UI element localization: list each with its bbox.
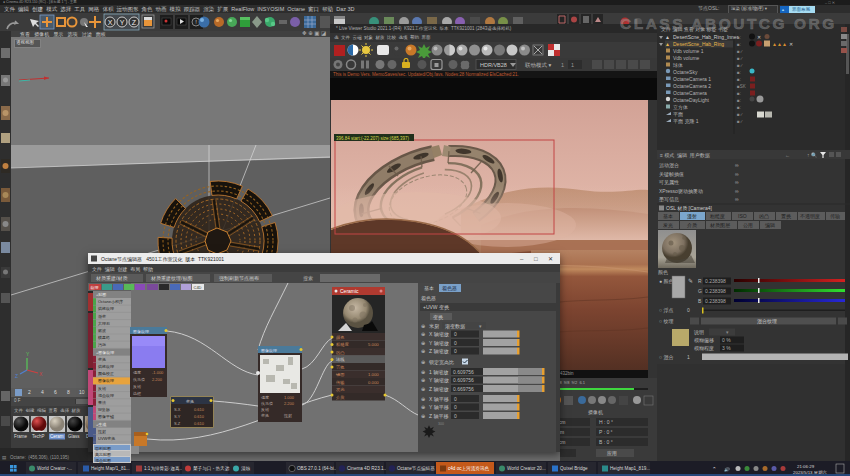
svg-text:传输: 传输 — [830, 213, 840, 220]
svg-text:✎: ✎ — [688, 278, 693, 284]
svg-text:Z 轴缩放: Z 轴缩放 — [429, 348, 448, 355]
svg-text:■:: ■: — [737, 91, 741, 96]
svg-text:变换: 变换 — [98, 357, 106, 362]
svg-text:搜索: 搜索 — [303, 275, 313, 282]
svg-text:公用: 公用 — [743, 222, 753, 229]
svg-text:大理石: 大理石 — [98, 321, 110, 326]
svg-text:Z: Z — [132, 19, 137, 26]
svg-text:Ceramic: Ceramic — [340, 288, 359, 294]
svg-text:⊕: ⊕ — [421, 386, 425, 392]
svg-text:∞: ∞ — [735, 196, 739, 202]
svg-text:基本: 基本 — [424, 285, 434, 291]
svg-text:0: 0 — [687, 307, 690, 313]
svg-text:0.669756: 0.669756 — [453, 386, 474, 392]
svg-text:不透明度: 不透明度 — [800, 213, 820, 220]
svg-text:着色器: 着色器 — [442, 285, 457, 291]
svg-text:■:: ■: — [737, 42, 741, 47]
svg-text:Height Map1_819...: Height Map1_819... — [610, 466, 650, 471]
svg-text:Z: Z — [15, 373, 18, 379]
svg-text:6: 6 — [54, 389, 57, 395]
svg-text:介质: 介质 — [687, 222, 698, 228]
svg-text:反转: 反转 — [261, 407, 270, 412]
svg-text:0: 0 — [454, 348, 457, 354]
svg-text:0 %: 0 % — [722, 337, 731, 343]
svg-text:0: 0 — [454, 331, 457, 337]
svg-text:○ 浮点: ○ 浮点 — [659, 307, 673, 314]
svg-text:0: 0 — [454, 413, 457, 419]
svg-text:边框: 边框 — [133, 391, 141, 396]
svg-text:S.X: S.X — [174, 407, 181, 412]
svg-text:OctaneSky: OctaneSky — [673, 69, 698, 75]
svg-text:材质图层: 材质图层 — [709, 222, 730, 229]
svg-text:伙马值: 伙马值 — [133, 377, 145, 382]
svg-text:2: 2 — [28, 389, 31, 395]
svg-text:□: □ — [534, 256, 538, 262]
svg-text:摄像机: 摄像机 — [588, 409, 603, 415]
svg-text:■✓: ■✓ — [737, 119, 744, 124]
svg-text:1.000: 1.000 — [284, 395, 295, 400]
svg-text:1: 1 — [571, 62, 574, 68]
svg-text:0: 0 — [454, 396, 457, 402]
svg-text:⊕: ⊕ — [421, 396, 425, 402]
svg-text:∞: ∞ — [735, 162, 739, 168]
svg-text:米厨: 米厨 — [429, 323, 439, 329]
svg-text:文件 编辑 创建 布局 帮助: 文件 编辑 创建 布局 帮助 — [92, 266, 153, 273]
svg-text:✕: ✕ — [757, 34, 761, 40]
svg-text:Glass: Glass — [68, 434, 80, 439]
svg-text:TechP: TechP — [32, 434, 45, 439]
svg-text:■✓: ■✓ — [737, 112, 744, 117]
svg-text:投射: 投射 — [97, 429, 106, 434]
svg-text:OctaneDayLight: OctaneDayLight — [673, 97, 709, 103]
svg-text:■✓: ■✓ — [737, 49, 744, 54]
svg-text:反转: 反转 — [133, 384, 142, 389]
svg-text:变换: 变换 — [261, 413, 269, 418]
svg-text:立方体: 立方体 — [673, 104, 688, 111]
svg-text:OBS 27.0.1 (64-bi...: OBS 27.0.1 (64-bi... — [297, 466, 338, 471]
svg-text:0.609756: 0.609756 — [453, 377, 474, 383]
svg-text:清烛: 清烛 — [241, 466, 251, 471]
svg-text:World Creator -...: World Creator -... — [37, 466, 72, 471]
svg-text:B : 0 °: B : 0 ° — [599, 439, 613, 445]
svg-text:置换: 置换 — [336, 365, 345, 370]
svg-text:颜色: 颜色 — [658, 269, 668, 275]
svg-text:强制刷新节点画布: 强制刷新节点画布 — [219, 275, 259, 282]
svg-text:0.238398: 0.238398 — [705, 288, 726, 294]
svg-text:DesertScne_Hab_Ring_Inner: DesertScne_Hab_Ring_Inner — [673, 34, 739, 40]
svg-text:说明: 说明 — [693, 329, 704, 336]
svg-text:Octane节点编辑器 4501工作室汉化 版本 T: Octane节点编辑器 4501工作室汉化 版本 TTK921001 — [101, 256, 224, 263]
svg-text:⊕: ⊕ — [421, 359, 425, 365]
svg-text:c4d oc上河流资讯色: c4d oc上河流资讯色 — [448, 465, 490, 472]
svg-text:Y 轴缩放: Y 轴缩放 — [429, 340, 449, 347]
svg-text:镜面: 镜面 — [335, 372, 345, 377]
svg-text:颜色: 颜色 — [336, 335, 345, 340]
svg-text:发光: 发光 — [663, 222, 673, 229]
svg-text:C4D: C4D — [194, 285, 202, 290]
svg-text:Vdb volume 1: Vdb volume 1 — [673, 48, 704, 54]
svg-text:Z 轴平移: Z 轴平移 — [429, 413, 448, 420]
svg-text:⊕: ⊕ — [421, 377, 425, 383]
svg-text:漫射: 漫射 — [687, 213, 697, 220]
svg-text:纹理: 纹理 — [91, 285, 99, 290]
svg-text:X 轴缩放: X 轴缩放 — [429, 331, 449, 338]
svg-text:变换: 变换 — [186, 399, 194, 404]
svg-text:✕: ✕ — [789, 41, 793, 47]
svg-text:Octane节点编辑器: Octane节点编辑器 — [397, 466, 435, 471]
svg-text:图像纹理: 图像纹理 — [98, 378, 114, 383]
svg-text:编辑: 编辑 — [765, 222, 775, 228]
svg-text:X: X — [39, 371, 43, 377]
svg-text:■:: ■: — [737, 70, 741, 75]
svg-text:污垢: 污垢 — [98, 342, 106, 347]
svg-text:Cinema 4D R23.1...: Cinema 4D R23.1... — [347, 466, 387, 471]
svg-text:300: 300 — [438, 422, 444, 426]
svg-text:0.000: 0.000 — [368, 380, 379, 385]
svg-text:▲▲▲: ▲▲▲ — [772, 41, 787, 47]
svg-text:⊕: ⊕ — [421, 348, 425, 354]
svg-text:强度: 强度 — [133, 370, 141, 375]
svg-text:图像纹理: 图像纹理 — [133, 329, 149, 334]
svg-text:0.610: 0.610 — [194, 414, 205, 419]
svg-text:基本: 基本 — [663, 213, 673, 219]
svg-text:G: G — [698, 288, 702, 294]
svg-text:Z 轴缩放: Z 轴缩放 — [429, 386, 448, 393]
svg-text:平面: 平面 — [673, 111, 683, 118]
svg-text:+生成: +生成 — [96, 422, 106, 427]
